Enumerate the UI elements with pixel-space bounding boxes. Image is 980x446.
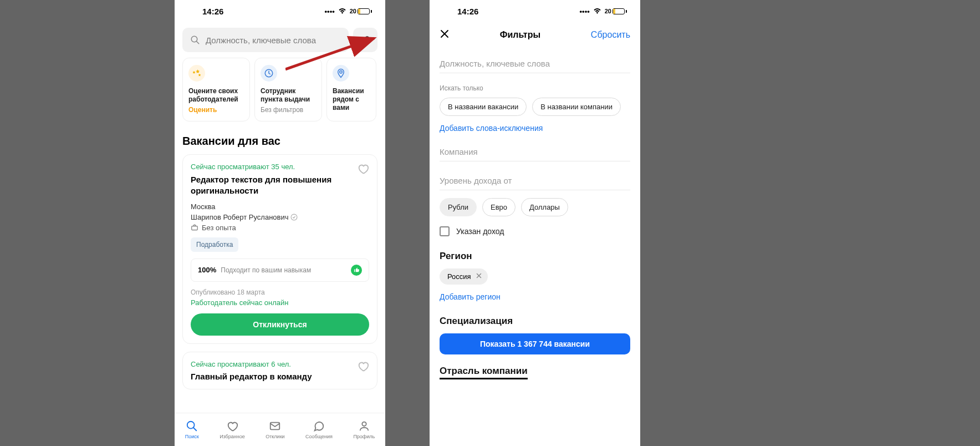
- bottom-tab-bar: Поиск Избранное Отклики Сообщения Профил…: [175, 413, 385, 446]
- status-bar: 14:26 •••• 20: [430, 0, 640, 22]
- svg-rect-9: [192, 226, 198, 230]
- heart-icon: [226, 420, 238, 432]
- envelope-icon: [269, 420, 281, 432]
- svg-line-11: [193, 428, 197, 431]
- filters-title: Фильтры: [500, 30, 540, 40]
- income-specified-checkbox[interactable]: Указан доход: [440, 226, 630, 236]
- card-subtitle: Оценить: [188, 106, 244, 114]
- battery-pct: 20: [605, 8, 611, 14]
- search-icon: [186, 420, 198, 432]
- battery-indicator: 20: [350, 8, 372, 14]
- wifi-icon: [338, 7, 346, 16]
- published-date: Опубликовано 18 марта: [191, 288, 369, 296]
- employer-online: Работодатель сейчас онлайн: [191, 298, 369, 307]
- chip-in-vacancy-title[interactable]: В названии вакансии: [440, 98, 527, 116]
- remove-region-icon[interactable]: [476, 272, 482, 281]
- company-input[interactable]: Компания: [440, 133, 630, 161]
- watching-now: Сейчас просматривают 35 чел.: [191, 163, 369, 171]
- vacancy-title: Главный редактор в команду: [191, 372, 369, 381]
- vacancy-experience: Без опыта: [191, 224, 369, 232]
- vacancy-city: Москва: [191, 202, 369, 211]
- status-indicators: •••• 20: [325, 7, 372, 16]
- status-indicators: •••• 20: [580, 7, 627, 16]
- svg-line-6: [285, 38, 374, 69]
- status-time: 14:26: [457, 7, 478, 16]
- income-input[interactable]: Уровень дохода от: [440, 161, 630, 190]
- cellular-icon: ••••: [325, 7, 335, 16]
- position-input[interactable]: Должность, ключевые слова: [440, 50, 630, 73]
- wifi-icon: [593, 7, 601, 16]
- chip-eur[interactable]: Евро: [482, 198, 515, 216]
- verified-icon: [290, 214, 298, 221]
- vacancy-card[interactable]: Сейчас просматривают 6 чел. Главный реда…: [182, 352, 377, 389]
- svg-line-1: [196, 41, 199, 44]
- add-exclusions-link[interactable]: Добавить слова-исключения: [440, 124, 543, 133]
- tab-favorites[interactable]: Избранное: [220, 420, 245, 439]
- chat-icon: [313, 420, 325, 432]
- close-button[interactable]: [440, 29, 450, 41]
- search-only-label: Искать только: [440, 84, 630, 92]
- cellular-icon: ••••: [580, 7, 590, 16]
- stars-icon: [188, 65, 205, 82]
- show-results-button[interactable]: Показать 1 367 744 вакансии: [440, 333, 630, 354]
- tab-responses[interactable]: Отклики: [266, 420, 284, 439]
- svg-point-8: [292, 214, 298, 220]
- skills-text: Подходит по вашим навыкам: [221, 266, 346, 274]
- heart-icon: [357, 163, 369, 175]
- status-time: 14:26: [202, 7, 223, 16]
- region-chip[interactable]: Россия: [440, 268, 488, 285]
- heart-icon: [357, 360, 369, 372]
- card-rate-employers[interactable]: Оцените своих работодателей Оценить: [182, 58, 250, 121]
- apply-button[interactable]: Откликнуться: [191, 313, 369, 336]
- watching-now: Сейчас просматривают 6 чел.: [191, 360, 369, 368]
- tab-messages[interactable]: Сообщения: [305, 420, 333, 439]
- skills-pct: 100%: [198, 266, 216, 274]
- vacancy-title: Редактор текстов для повышения оригиналь…: [191, 174, 369, 197]
- region-heading: Регион: [440, 251, 630, 262]
- reset-button[interactable]: Сбросить: [591, 30, 630, 40]
- phone-search-screen: 14:26 •••• 20 Должность, ключевые слова: [175, 0, 385, 446]
- tab-profile[interactable]: Профиль: [353, 420, 375, 439]
- vacancy-employer: Шарипов Роберт Русланович: [191, 213, 369, 221]
- card-title: Вакансии рядом с вами: [333, 87, 370, 112]
- chip-usd[interactable]: Доллары: [521, 198, 568, 216]
- industry-heading: Отрасль компании: [440, 366, 528, 379]
- status-bar: 14:26 •••• 20: [175, 0, 385, 22]
- search-icon: [190, 35, 200, 45]
- specialization-heading: Специализация: [440, 316, 630, 327]
- vacancy-card[interactable]: Сейчас просматривают 35 чел. Редактор те…: [182, 154, 377, 344]
- thumbs-up-icon: [351, 265, 362, 276]
- chip-rub[interactable]: Рубли: [440, 198, 477, 216]
- user-icon: [358, 420, 370, 432]
- filters-header: Фильтры Сбросить: [430, 22, 640, 48]
- battery-indicator: 20: [605, 8, 627, 14]
- clock-icon: [261, 65, 277, 82]
- vacancies-for-you-heading: Вакансии для вас: [175, 129, 385, 154]
- battery-pct: 20: [350, 8, 356, 14]
- add-region-link[interactable]: Добавить регион: [440, 292, 501, 301]
- checkbox-icon: [440, 226, 450, 236]
- tab-search[interactable]: Поиск: [185, 420, 199, 439]
- card-title: Сотрудник пункта выдачи: [261, 87, 316, 104]
- phone-filters-screen: 14:26 •••• 20 Фильтры Сбросить Должность…: [430, 0, 640, 446]
- svg-point-13: [362, 422, 366, 426]
- close-icon: [440, 29, 450, 39]
- annotation-arrow: [285, 31, 385, 75]
- filters-body: Должность, ключевые слова Искать только …: [430, 48, 640, 386]
- card-subtitle: Без фильтров: [261, 106, 316, 114]
- vacancy-tag: Подработка: [191, 237, 238, 252]
- chip-in-company-name[interactable]: В названии компании: [532, 98, 621, 116]
- favorite-button[interactable]: [357, 163, 369, 176]
- card-title: Оцените своих работодателей: [188, 87, 244, 104]
- briefcase-icon: [191, 224, 198, 231]
- favorite-button[interactable]: [357, 360, 369, 374]
- skills-match: 100% Подходит по вашим навыкам: [191, 259, 369, 282]
